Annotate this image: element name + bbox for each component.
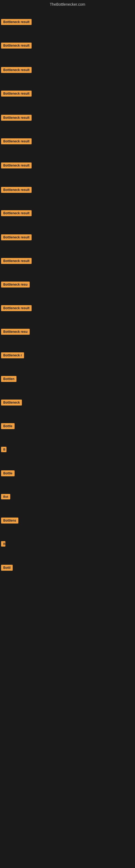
- result-row-13: Bottleneck result: [0, 304, 33, 314]
- result-row-24: Bottl: [0, 563, 14, 574]
- bottleneck-badge-15[interactable]: Bottleneck r: [1, 352, 24, 358]
- bottleneck-badge-3[interactable]: Bottleneck result: [1, 67, 32, 73]
- result-row-19: B: [0, 445, 8, 455]
- bottleneck-badge-16[interactable]: Bottlen: [1, 376, 16, 382]
- result-row-3: Bottleneck result: [0, 65, 33, 76]
- result-row-17: Bottleneck: [0, 398, 23, 408]
- bottleneck-badge-6[interactable]: Bottleneck result: [1, 138, 32, 144]
- bottleneck-badge-4[interactable]: Bottleneck result: [1, 91, 32, 97]
- result-row-7: Bottleneck result: [0, 161, 33, 171]
- bottleneck-badge-17[interactable]: Bottleneck: [1, 400, 22, 405]
- result-row-12: Bottleneck resu: [0, 280, 31, 290]
- result-row-18: Bottle: [0, 422, 16, 432]
- site-title: TheBottlenecker.com: [0, 0, 135, 9]
- bottleneck-badge-18[interactable]: Bottle: [1, 423, 14, 429]
- result-row-8: Bottleneck result: [0, 185, 33, 195]
- result-row-15: Bottleneck r: [0, 351, 25, 361]
- bottleneck-badge-9[interactable]: Bottleneck result: [1, 210, 32, 216]
- result-row-6: Bottleneck result: [0, 137, 33, 147]
- bottleneck-badge-23[interactable]: B: [1, 541, 5, 547]
- bottleneck-badge-5[interactable]: Bottleneck result: [1, 115, 32, 121]
- bottleneck-badge-12[interactable]: Bottleneck resu: [1, 282, 30, 287]
- result-row-23: B: [0, 539, 6, 549]
- bottleneck-badge-2[interactable]: Bottleneck result: [1, 42, 32, 49]
- result-row-9: Bottleneck result: [0, 209, 33, 219]
- bottleneck-badge-19[interactable]: B: [1, 447, 6, 452]
- result-row-20: Bottle: [0, 469, 16, 479]
- result-row-10: Bottleneck result: [0, 233, 33, 243]
- result-row-4: Bottleneck result: [0, 89, 33, 99]
- results-container: Bottleneck resultBottleneck resultBottle…: [0, 9, 135, 866]
- bottleneck-badge-10[interactable]: Bottleneck result: [1, 235, 32, 240]
- bottleneck-badge-14[interactable]: Bottleneck resu: [1, 329, 30, 335]
- bottleneck-badge-22[interactable]: Bottlens: [1, 518, 18, 524]
- result-row-5: Bottleneck result: [0, 113, 33, 123]
- bottleneck-badge-20[interactable]: Bottle: [1, 470, 14, 476]
- bottleneck-badge-1[interactable]: Bottleneck result: [1, 19, 32, 25]
- bottleneck-badge-24[interactable]: Bottl: [1, 565, 13, 571]
- bottleneck-badge-8[interactable]: Bottleneck result: [1, 187, 32, 193]
- result-row-2: Bottleneck result: [0, 41, 33, 51]
- bottleneck-badge-7[interactable]: Bottleneck result: [1, 162, 32, 168]
- bottleneck-badge-21[interactable]: Bot: [1, 494, 10, 499]
- result-row-14: Bottleneck resu: [0, 327, 31, 337]
- result-row-21: Bot: [0, 492, 11, 502]
- bottleneck-badge-11[interactable]: Bottleneck result: [1, 258, 32, 264]
- bottleneck-badge-13[interactable]: Bottleneck result: [1, 305, 32, 311]
- result-row-16: Bottlen: [0, 374, 17, 384]
- result-row-1: Bottleneck result: [0, 18, 33, 28]
- result-row-11: Bottleneck result: [0, 256, 33, 267]
- result-row-22: Bottlens: [0, 516, 19, 526]
